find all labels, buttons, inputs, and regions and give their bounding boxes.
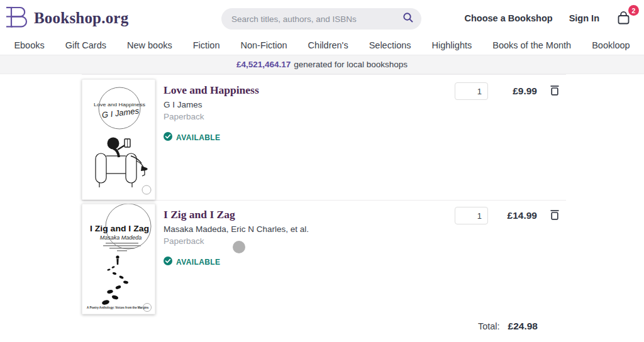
header: Bookshop.org Choose a Bookshop Sign In — [0, 0, 644, 36]
choose-bookshop-link[interactable]: Choose a Bookshop — [464, 13, 552, 23]
nav-item-highlights[interactable]: Highlights — [432, 40, 472, 50]
item-controls: £9.99 — [455, 79, 566, 200]
quantity-input[interactable] — [455, 207, 488, 224]
book-cover-i-zig-and-i-zag[interactable]: I Zig and I Zag Masaka Madeda — [82, 204, 155, 314]
nav-item-fiction[interactable]: Fiction — [193, 40, 220, 50]
cover-title-text: I Zig and I Zag — [90, 224, 149, 233]
availability-check-icon — [164, 256, 172, 268]
cart-button[interactable]: 2 — [616, 8, 635, 28]
availability-check-icon — [164, 132, 172, 143]
donation-text: generated for local bookshops — [294, 60, 408, 69]
cart-item-love-and-happiness: Love and Happiness G I James — [82, 74, 566, 200]
item-price: £9.99 — [488, 82, 537, 97]
book-title-link[interactable]: I Zig and I Zag — [164, 208, 455, 221]
search-bar[interactable] — [221, 8, 421, 30]
nav-item-bookloop[interactable]: Bookloop — [592, 40, 630, 50]
availability-row: AVAILABLE — [164, 256, 455, 268]
book-format: Paperback — [164, 112, 455, 121]
main-nav: Ebooks Gift Cards New books Fiction Non-… — [0, 36, 644, 55]
book-format: Paperback — [164, 236, 455, 246]
brand-name: Bookshop.org — [34, 9, 128, 27]
item-price: £14.99 — [488, 207, 537, 221]
trash-icon — [550, 88, 560, 97]
total-label: Total: — [478, 321, 500, 331]
availability-row: AVAILABLE — [164, 132, 455, 143]
donation-banner: £4,521,464.17 generated for local booksh… — [0, 55, 644, 74]
header-right: Choose a Bookshop Sign In 2 — [464, 8, 635, 28]
nav-item-gift-cards[interactable]: Gift Cards — [65, 40, 106, 50]
item-details: Love and Happiness G I James Paperback A… — [155, 79, 455, 200]
availability-badge: AVAILABLE — [176, 258, 221, 267]
cover-tagline-text: A Poetry Anthology: Voices from the Marg… — [87, 306, 149, 309]
nav-item-new-books[interactable]: New books — [127, 40, 172, 50]
quantity-input[interactable] — [455, 82, 488, 100]
availability-badge: AVAILABLE — [176, 133, 221, 142]
total-value: £24.98 — [508, 321, 538, 332]
book-authors: G I James — [164, 100, 455, 109]
cart-bag-icon — [616, 17, 631, 28]
bookshop-logo-icon — [5, 6, 29, 30]
donation-amount: £4,521,464.17 — [236, 60, 291, 69]
cover-signature-text: Masaka Madeda — [100, 234, 142, 241]
nav-item-books-of-month[interactable]: Books of the Month — [492, 40, 571, 50]
cart-count-badge: 2 — [628, 5, 639, 16]
nav-item-childrens[interactable]: Children's — [308, 40, 348, 50]
item-details: I Zig and I Zag Masaka Madeda, Eric N Ch… — [155, 204, 455, 314]
item-controls: £14.99 — [455, 204, 566, 314]
bookshop-cart-page: Bookshop.org Choose a Bookshop Sign In — [0, 0, 644, 342]
book-title-link[interactable]: Love and Happiness — [164, 84, 455, 97]
nav-item-selections[interactable]: Selections — [369, 40, 411, 50]
sign-in-link[interactable]: Sign In — [569, 13, 599, 23]
search-input[interactable] — [231, 14, 402, 24]
search-icon[interactable] — [402, 12, 414, 26]
cart-total-row: Total: £24.98 — [82, 314, 566, 332]
cart-item-i-zig-and-i-zag: I Zig and I Zag Masaka Madeda — [82, 200, 566, 314]
nav-item-non-fiction[interactable]: Non-Fiction — [240, 40, 287, 50]
trash-icon — [550, 212, 560, 222]
book-cover-love-and-happiness[interactable]: Love and Happiness G I James — [82, 79, 155, 200]
remove-item-button[interactable] — [550, 207, 560, 222]
cart-content: Love and Happiness G I James — [82, 74, 566, 332]
remove-item-button[interactable] — [550, 82, 560, 97]
book-authors: Masaka Madeda, Eric N Charles, et al. — [164, 224, 455, 234]
nav-item-ebooks[interactable]: Ebooks — [14, 40, 44, 50]
bookshop-logo[interactable]: Bookshop.org — [5, 6, 128, 30]
